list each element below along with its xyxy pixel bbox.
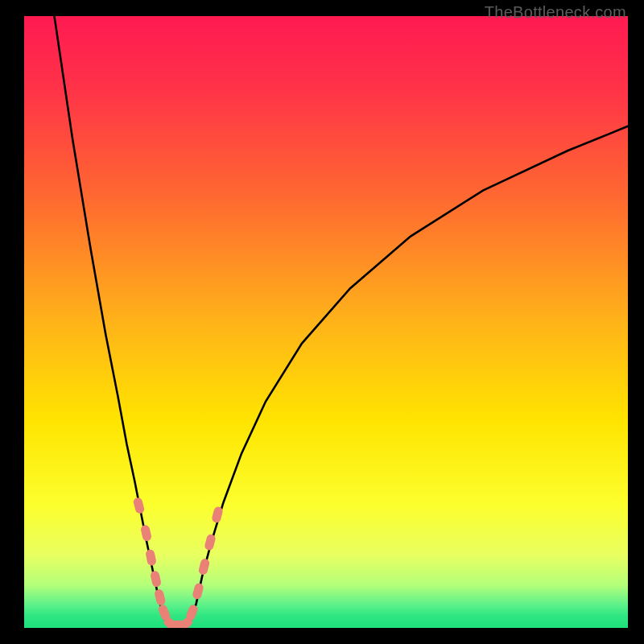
curve-marker: [192, 582, 204, 600]
plot-area: [24, 16, 628, 628]
curve-marker: [133, 497, 146, 514]
curve-marker: [154, 588, 167, 606]
curve-marker: [145, 549, 157, 567]
watermark-text: TheBottleneck.com: [485, 3, 626, 22]
curve-right-branch: [190, 126, 628, 623]
curve-markers: [133, 497, 224, 628]
chart-frame: TheBottleneck.com: [0, 0, 644, 644]
curve-marker: [140, 524, 152, 542]
curve-marker: [150, 570, 162, 588]
curve-marker: [198, 558, 210, 576]
curve-marker: [204, 534, 217, 551]
chart-svg: [24, 16, 628, 628]
